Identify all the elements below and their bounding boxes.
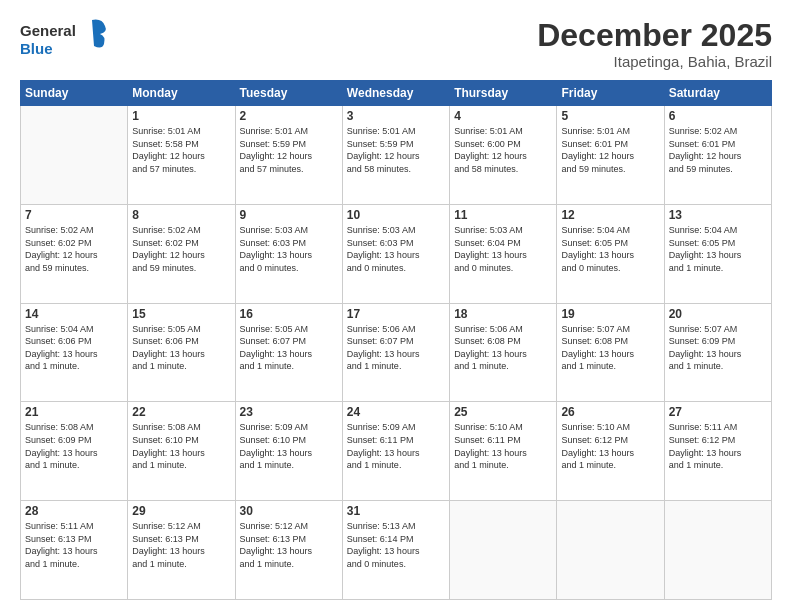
weekday-header-monday: Monday: [128, 81, 235, 106]
day-number: 12: [561, 208, 659, 222]
day-number: 7: [25, 208, 123, 222]
calendar-cell: 15Sunrise: 5:05 AMSunset: 6:06 PMDayligh…: [128, 303, 235, 402]
day-number: 3: [347, 109, 445, 123]
day-number: 21: [25, 405, 123, 419]
calendar-cell: 25Sunrise: 5:10 AMSunset: 6:11 PMDayligh…: [450, 402, 557, 501]
title-block: December 2025 Itapetinga, Bahia, Brazil: [537, 18, 772, 70]
calendar-week-3: 14Sunrise: 5:04 AMSunset: 6:06 PMDayligh…: [21, 303, 772, 402]
calendar-cell: 6Sunrise: 5:02 AMSunset: 6:01 PMDaylight…: [664, 106, 771, 205]
day-info: Sunrise: 5:03 AMSunset: 6:03 PMDaylight:…: [347, 224, 445, 274]
logo-svg: General Blue: [20, 18, 110, 63]
weekday-header-friday: Friday: [557, 81, 664, 106]
calendar-cell: 2Sunrise: 5:01 AMSunset: 5:59 PMDaylight…: [235, 106, 342, 205]
day-number: 25: [454, 405, 552, 419]
calendar-cell: 30Sunrise: 5:12 AMSunset: 6:13 PMDayligh…: [235, 501, 342, 600]
calendar-table: SundayMondayTuesdayWednesdayThursdayFrid…: [20, 80, 772, 600]
day-number: 24: [347, 405, 445, 419]
calendar-cell: 5Sunrise: 5:01 AMSunset: 6:01 PMDaylight…: [557, 106, 664, 205]
calendar-week-4: 21Sunrise: 5:08 AMSunset: 6:09 PMDayligh…: [21, 402, 772, 501]
weekday-header-saturday: Saturday: [664, 81, 771, 106]
day-info: Sunrise: 5:01 AMSunset: 5:58 PMDaylight:…: [132, 125, 230, 175]
calendar-cell: 18Sunrise: 5:06 AMSunset: 6:08 PMDayligh…: [450, 303, 557, 402]
day-info: Sunrise: 5:05 AMSunset: 6:07 PMDaylight:…: [240, 323, 338, 373]
day-info: Sunrise: 5:05 AMSunset: 6:06 PMDaylight:…: [132, 323, 230, 373]
calendar-cell: 26Sunrise: 5:10 AMSunset: 6:12 PMDayligh…: [557, 402, 664, 501]
calendar-cell: 3Sunrise: 5:01 AMSunset: 5:59 PMDaylight…: [342, 106, 449, 205]
day-number: 29: [132, 504, 230, 518]
day-number: 5: [561, 109, 659, 123]
day-info: Sunrise: 5:10 AMSunset: 6:12 PMDaylight:…: [561, 421, 659, 471]
day-info: Sunrise: 5:09 AMSunset: 6:11 PMDaylight:…: [347, 421, 445, 471]
calendar-cell: 21Sunrise: 5:08 AMSunset: 6:09 PMDayligh…: [21, 402, 128, 501]
calendar-week-2: 7Sunrise: 5:02 AMSunset: 6:02 PMDaylight…: [21, 204, 772, 303]
calendar-cell: 24Sunrise: 5:09 AMSunset: 6:11 PMDayligh…: [342, 402, 449, 501]
day-info: Sunrise: 5:08 AMSunset: 6:09 PMDaylight:…: [25, 421, 123, 471]
calendar-cell: 11Sunrise: 5:03 AMSunset: 6:04 PMDayligh…: [450, 204, 557, 303]
calendar-cell: 16Sunrise: 5:05 AMSunset: 6:07 PMDayligh…: [235, 303, 342, 402]
calendar-cell: 22Sunrise: 5:08 AMSunset: 6:10 PMDayligh…: [128, 402, 235, 501]
calendar-cell: [450, 501, 557, 600]
calendar-cell: 19Sunrise: 5:07 AMSunset: 6:08 PMDayligh…: [557, 303, 664, 402]
day-info: Sunrise: 5:13 AMSunset: 6:14 PMDaylight:…: [347, 520, 445, 570]
day-number: 16: [240, 307, 338, 321]
calendar-cell: 13Sunrise: 5:04 AMSunset: 6:05 PMDayligh…: [664, 204, 771, 303]
calendar-cell: 14Sunrise: 5:04 AMSunset: 6:06 PMDayligh…: [21, 303, 128, 402]
day-info: Sunrise: 5:01 AMSunset: 5:59 PMDaylight:…: [347, 125, 445, 175]
calendar-cell: [557, 501, 664, 600]
weekday-header-sunday: Sunday: [21, 81, 128, 106]
calendar-cell: 1Sunrise: 5:01 AMSunset: 5:58 PMDaylight…: [128, 106, 235, 205]
calendar-cell: 7Sunrise: 5:02 AMSunset: 6:02 PMDaylight…: [21, 204, 128, 303]
day-info: Sunrise: 5:02 AMSunset: 6:01 PMDaylight:…: [669, 125, 767, 175]
day-number: 19: [561, 307, 659, 321]
calendar-cell: 29Sunrise: 5:12 AMSunset: 6:13 PMDayligh…: [128, 501, 235, 600]
day-info: Sunrise: 5:12 AMSunset: 6:13 PMDaylight:…: [240, 520, 338, 570]
logo: General Blue: [20, 18, 110, 63]
month-title: December 2025: [537, 18, 772, 53]
day-info: Sunrise: 5:01 AMSunset: 6:00 PMDaylight:…: [454, 125, 552, 175]
day-info: Sunrise: 5:07 AMSunset: 6:09 PMDaylight:…: [669, 323, 767, 373]
day-info: Sunrise: 5:04 AMSunset: 6:05 PMDaylight:…: [561, 224, 659, 274]
day-info: Sunrise: 5:08 AMSunset: 6:10 PMDaylight:…: [132, 421, 230, 471]
day-number: 14: [25, 307, 123, 321]
day-number: 28: [25, 504, 123, 518]
day-number: 22: [132, 405, 230, 419]
day-number: 6: [669, 109, 767, 123]
calendar-cell: 4Sunrise: 5:01 AMSunset: 6:00 PMDaylight…: [450, 106, 557, 205]
day-info: Sunrise: 5:11 AMSunset: 6:12 PMDaylight:…: [669, 421, 767, 471]
day-number: 1: [132, 109, 230, 123]
weekday-header-thursday: Thursday: [450, 81, 557, 106]
day-info: Sunrise: 5:01 AMSunset: 6:01 PMDaylight:…: [561, 125, 659, 175]
day-info: Sunrise: 5:11 AMSunset: 6:13 PMDaylight:…: [25, 520, 123, 570]
day-info: Sunrise: 5:04 AMSunset: 6:05 PMDaylight:…: [669, 224, 767, 274]
weekday-header-tuesday: Tuesday: [235, 81, 342, 106]
header: General Blue December 2025 Itapetinga, B…: [20, 18, 772, 70]
day-info: Sunrise: 5:01 AMSunset: 5:59 PMDaylight:…: [240, 125, 338, 175]
day-number: 4: [454, 109, 552, 123]
day-info: Sunrise: 5:12 AMSunset: 6:13 PMDaylight:…: [132, 520, 230, 570]
page: General Blue December 2025 Itapetinga, B…: [0, 0, 792, 612]
calendar-week-5: 28Sunrise: 5:11 AMSunset: 6:13 PMDayligh…: [21, 501, 772, 600]
day-info: Sunrise: 5:09 AMSunset: 6:10 PMDaylight:…: [240, 421, 338, 471]
calendar-cell: 20Sunrise: 5:07 AMSunset: 6:09 PMDayligh…: [664, 303, 771, 402]
day-number: 8: [132, 208, 230, 222]
day-number: 30: [240, 504, 338, 518]
calendar-cell: 23Sunrise: 5:09 AMSunset: 6:10 PMDayligh…: [235, 402, 342, 501]
day-number: 18: [454, 307, 552, 321]
calendar-cell: 8Sunrise: 5:02 AMSunset: 6:02 PMDaylight…: [128, 204, 235, 303]
day-number: 9: [240, 208, 338, 222]
calendar-cell: 28Sunrise: 5:11 AMSunset: 6:13 PMDayligh…: [21, 501, 128, 600]
weekday-header-wednesday: Wednesday: [342, 81, 449, 106]
day-number: 10: [347, 208, 445, 222]
day-info: Sunrise: 5:02 AMSunset: 6:02 PMDaylight:…: [25, 224, 123, 274]
day-info: Sunrise: 5:06 AMSunset: 6:08 PMDaylight:…: [454, 323, 552, 373]
calendar-cell: 12Sunrise: 5:04 AMSunset: 6:05 PMDayligh…: [557, 204, 664, 303]
day-info: Sunrise: 5:04 AMSunset: 6:06 PMDaylight:…: [25, 323, 123, 373]
svg-text:General: General: [20, 22, 76, 39]
day-number: 20: [669, 307, 767, 321]
day-info: Sunrise: 5:02 AMSunset: 6:02 PMDaylight:…: [132, 224, 230, 274]
weekday-header-row: SundayMondayTuesdayWednesdayThursdayFrid…: [21, 81, 772, 106]
day-info: Sunrise: 5:10 AMSunset: 6:11 PMDaylight:…: [454, 421, 552, 471]
day-number: 31: [347, 504, 445, 518]
day-number: 27: [669, 405, 767, 419]
day-info: Sunrise: 5:06 AMSunset: 6:07 PMDaylight:…: [347, 323, 445, 373]
